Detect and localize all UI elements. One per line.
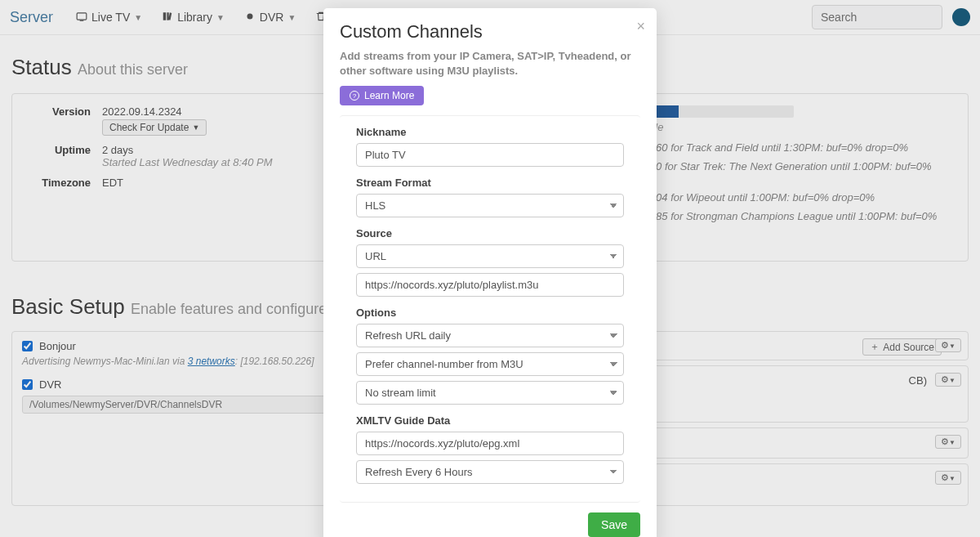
custom-channels-modal: × Custom Channels Add streams from your … — [323, 8, 657, 537]
source-label: Source — [356, 227, 624, 239]
option-prefer-select[interactable]: Prefer channel-number from M3U — [356, 352, 624, 376]
source-url-input[interactable] — [356, 273, 624, 297]
xmltv-url-input[interactable] — [356, 432, 624, 455]
save-button[interactable]: Save — [588, 512, 640, 537]
stream-format-select[interactable]: HLS — [356, 194, 624, 217]
nickname-input[interactable] — [356, 143, 624, 167]
modal-overlay[interactable]: × Custom Channels Add streams from your … — [0, 0, 980, 537]
question-icon: ? — [350, 91, 359, 101]
modal-header: × Custom Channels Add streams from your … — [323, 8, 657, 115]
learn-more-button[interactable]: ? Learn More — [340, 86, 424, 105]
modal-footer: Save — [323, 503, 657, 537]
modal-body: Nickname Stream Format HLS Source URL Op… — [340, 115, 640, 503]
xmltv-label: XMLTV Guide Data — [356, 414, 624, 427]
source-type-select[interactable]: URL — [356, 244, 624, 268]
option-refresh-select[interactable]: Refresh URL daily — [356, 324, 624, 347]
modal-desc: Add streams from your IP Camera, SAT>IP,… — [340, 49, 640, 78]
xmltv-refresh-select[interactable]: Refresh Every 6 Hours — [356, 460, 624, 484]
nickname-label: Nickname — [356, 126, 624, 138]
stream-format-label: Stream Format — [356, 177, 624, 189]
modal-title: Custom Channels — [340, 21, 640, 43]
options-label: Options — [356, 307, 624, 319]
close-icon[interactable]: × — [636, 18, 645, 35]
option-limit-select[interactable]: No stream limit — [356, 381, 624, 405]
